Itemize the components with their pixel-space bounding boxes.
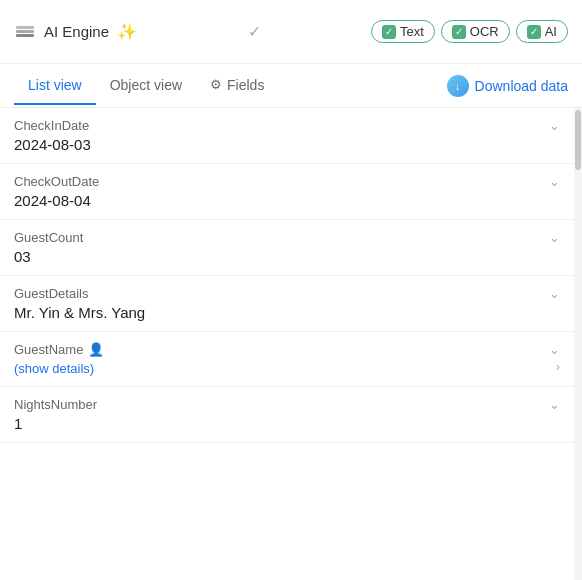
svg-rect-2 xyxy=(16,26,34,29)
sliders-icon: ⚙ xyxy=(210,77,222,92)
svg-rect-1 xyxy=(16,30,34,33)
chevron-down-icon[interactable]: ⌄ xyxy=(549,174,560,189)
field-group: CheckInDate⌄2024-08-03 xyxy=(0,108,574,164)
chevron-right-icon[interactable]: › xyxy=(556,359,560,374)
field-header: GuestCount⌄ xyxy=(14,230,560,245)
tab-list-view[interactable]: List view xyxy=(14,67,96,105)
scrollbar-track[interactable] xyxy=(574,108,582,580)
field-name: CheckOutDate xyxy=(14,174,99,189)
badge-ai-label: AI xyxy=(545,24,557,39)
tabs-bar: List view Object view ⚙ Fields ↓ Downloa… xyxy=(0,64,582,108)
chevron-down-icon[interactable]: ⌄ xyxy=(549,397,560,412)
field-name: GuestName👤 xyxy=(14,342,104,357)
field-name: NightsNumber xyxy=(14,397,97,412)
badge-ocr[interactable]: ✓ OCR xyxy=(441,20,510,43)
field-value: Mr. Yin & Mrs. Yang xyxy=(14,304,560,321)
field-name: CheckInDate xyxy=(14,118,89,133)
field-group: NightsNumber⌄1 xyxy=(0,387,574,443)
badge-text[interactable]: ✓ Text xyxy=(371,20,435,43)
header-left: AI Engine ✨ xyxy=(14,21,137,43)
chevron-down-icon[interactable]: ⌄ xyxy=(549,342,560,357)
badge-check-ocr: ✓ xyxy=(452,25,466,39)
field-group: GuestName👤⌄(show details)› xyxy=(0,332,574,387)
field-value: 1 xyxy=(14,415,560,432)
layers-icon xyxy=(14,21,36,43)
field-value: 03 xyxy=(14,248,560,265)
field-value: 2024-08-03 xyxy=(14,136,560,153)
tab-fields[interactable]: ⚙ Fields xyxy=(196,67,278,105)
field-group: CheckOutDate⌄2024-08-04 xyxy=(0,164,574,220)
svg-rect-0 xyxy=(16,34,34,37)
chevron-down-icon[interactable]: ⌄ xyxy=(549,230,560,245)
show-details-link[interactable]: (show details) xyxy=(14,361,94,376)
field-group: GuestCount⌄03 xyxy=(0,220,574,276)
field-header: GuestName👤⌄ xyxy=(14,342,560,357)
sparkle-icon: ✨ xyxy=(117,22,137,41)
person-icon: 👤 xyxy=(88,342,104,357)
field-group: GuestDetails⌄Mr. Yin & Mrs. Yang xyxy=(0,276,574,332)
field-header: CheckOutDate⌄ xyxy=(14,174,560,189)
field-value: 2024-08-04 xyxy=(14,192,560,209)
chevron-down-icon[interactable]: ⌄ xyxy=(549,286,560,301)
chevron-down-icon[interactable]: ⌄ xyxy=(549,118,560,133)
app-header: AI Engine ✨ ✓ ✓ Text ✓ OCR ✓ AI xyxy=(0,0,582,64)
badge-text-label: Text xyxy=(400,24,424,39)
field-name: GuestDetails xyxy=(14,286,88,301)
badge-ocr-label: OCR xyxy=(470,24,499,39)
badge-check-ai: ✓ xyxy=(527,25,541,39)
download-data-button[interactable]: ↓ Download data xyxy=(447,75,568,97)
field-header: CheckInDate⌄ xyxy=(14,118,560,133)
details-row: (show details)› xyxy=(14,357,560,376)
scrollbar-thumb[interactable] xyxy=(575,110,581,170)
content-area: CheckInDate⌄2024-08-03CheckOutDate⌄2024-… xyxy=(0,108,582,580)
field-header: GuestDetails⌄ xyxy=(14,286,560,301)
fields-list: CheckInDate⌄2024-08-03CheckOutDate⌄2024-… xyxy=(0,108,574,580)
badge-ai[interactable]: ✓ AI xyxy=(516,20,568,43)
field-name: GuestCount xyxy=(14,230,83,245)
field-header: NightsNumber⌄ xyxy=(14,397,560,412)
download-icon: ↓ xyxy=(447,75,469,97)
ai-engine-label: AI Engine xyxy=(44,23,109,40)
badge-check-text: ✓ xyxy=(382,25,396,39)
tab-object-view[interactable]: Object view xyxy=(96,67,196,105)
check-icon: ✓ xyxy=(248,22,261,41)
badge-group: ✓ Text ✓ OCR ✓ AI xyxy=(371,20,568,43)
